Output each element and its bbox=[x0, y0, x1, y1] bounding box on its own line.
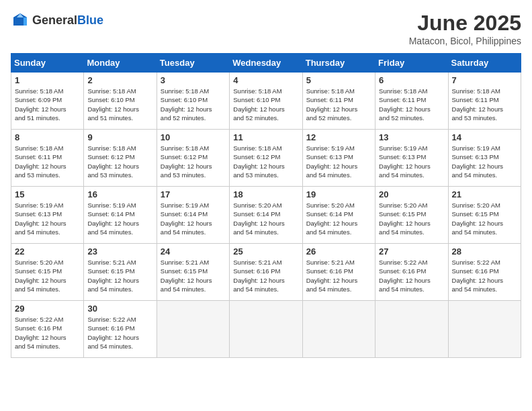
calendar-day-8: 8Sunrise: 5:18 AM Sunset: 6:11 PM Daylig… bbox=[11, 130, 84, 187]
calendar-day-empty bbox=[230, 301, 302, 358]
calendar-day-13: 13Sunrise: 5:19 AM Sunset: 6:13 PM Dayli… bbox=[375, 130, 448, 187]
calendar-day-16: 16Sunrise: 5:19 AM Sunset: 6:14 PM Dayli… bbox=[84, 187, 157, 244]
calendar-day-15: 15Sunrise: 5:19 AM Sunset: 6:13 PM Dayli… bbox=[11, 187, 84, 244]
calendar-day-17: 17Sunrise: 5:19 AM Sunset: 6:14 PM Dayli… bbox=[157, 187, 229, 244]
calendar-day-19: 19Sunrise: 5:20 AM Sunset: 6:14 PM Dayli… bbox=[302, 187, 375, 244]
calendar-day-3: 3Sunrise: 5:18 AM Sunset: 6:10 PM Daylig… bbox=[157, 73, 229, 130]
calendar-day-2: 2Sunrise: 5:18 AM Sunset: 6:10 PM Daylig… bbox=[84, 73, 157, 130]
location-title: Matacon, Bicol, Philippines bbox=[409, 36, 521, 46]
week-row-3: 15Sunrise: 5:19 AM Sunset: 6:13 PM Dayli… bbox=[11, 187, 521, 244]
calendar-day-20: 20Sunrise: 5:20 AM Sunset: 6:15 PM Dayli… bbox=[375, 187, 448, 244]
calendar-day-5: 5Sunrise: 5:18 AM Sunset: 6:11 PM Daylig… bbox=[302, 73, 375, 130]
week-row-4: 22Sunrise: 5:20 AM Sunset: 6:15 PM Dayli… bbox=[11, 244, 521, 301]
calendar-day-11: 11Sunrise: 5:18 AM Sunset: 6:12 PM Dayli… bbox=[230, 130, 302, 187]
calendar-day-24: 24Sunrise: 5:21 AM Sunset: 6:15 PM Dayli… bbox=[157, 244, 229, 301]
calendar-header-wednesday: Wednesday bbox=[230, 54, 302, 73]
calendar-day-30: 30Sunrise: 5:22 AM Sunset: 6:16 PM Dayli… bbox=[84, 301, 157, 358]
calendar-day-empty bbox=[448, 301, 521, 358]
calendar-header-sunday: Sunday bbox=[11, 54, 84, 73]
calendar-day-7: 7Sunrise: 5:18 AM Sunset: 6:11 PM Daylig… bbox=[448, 73, 521, 130]
calendar: SundayMondayTuesdayWednesdayThursdayFrid… bbox=[11, 53, 521, 358]
calendar-header-monday: Monday bbox=[84, 54, 157, 73]
svg-marker-2 bbox=[24, 17, 27, 26]
calendar-header-friday: Friday bbox=[375, 54, 448, 73]
header: General Blue June 2025 Matacon, Bicol, P… bbox=[11, 11, 521, 46]
calendar-day-10: 10Sunrise: 5:18 AM Sunset: 6:12 PM Dayli… bbox=[157, 130, 229, 187]
week-row-5: 29Sunrise: 5:22 AM Sunset: 6:16 PM Dayli… bbox=[11, 301, 521, 358]
calendar-day-27: 27Sunrise: 5:22 AM Sunset: 6:16 PM Dayli… bbox=[375, 244, 448, 301]
calendar-day-26: 26Sunrise: 5:21 AM Sunset: 6:16 PM Dayli… bbox=[302, 244, 375, 301]
calendar-day-18: 18Sunrise: 5:20 AM Sunset: 6:14 PM Dayli… bbox=[230, 187, 302, 244]
calendar-day-empty bbox=[157, 301, 229, 358]
calendar-day-empty bbox=[302, 301, 375, 358]
calendar-header-saturday: Saturday bbox=[448, 54, 521, 73]
calendar-header-tuesday: Tuesday bbox=[157, 54, 229, 73]
calendar-day-empty bbox=[375, 301, 448, 358]
week-row-1: 1Sunrise: 5:18 AM Sunset: 6:09 PM Daylig… bbox=[11, 73, 521, 130]
calendar-day-21: 21Sunrise: 5:20 AM Sunset: 6:15 PM Dayli… bbox=[448, 187, 521, 244]
calendar-day-12: 12Sunrise: 5:19 AM Sunset: 6:13 PM Dayli… bbox=[302, 130, 375, 187]
calendar-day-25: 25Sunrise: 5:21 AM Sunset: 6:16 PM Dayli… bbox=[230, 244, 302, 301]
month-title: June 2025 bbox=[409, 11, 521, 36]
title-area: June 2025 Matacon, Bicol, Philippines bbox=[409, 11, 521, 46]
calendar-day-28: 28Sunrise: 5:22 AM Sunset: 6:16 PM Dayli… bbox=[448, 244, 521, 301]
calendar-day-23: 23Sunrise: 5:21 AM Sunset: 6:15 PM Dayli… bbox=[84, 244, 157, 301]
week-row-2: 8Sunrise: 5:18 AM Sunset: 6:11 PM Daylig… bbox=[11, 130, 521, 187]
calendar-header-thursday: Thursday bbox=[302, 54, 375, 73]
logo-general: General bbox=[32, 13, 77, 28]
calendar-day-6: 6Sunrise: 5:18 AM Sunset: 6:11 PM Daylig… bbox=[375, 73, 448, 130]
logo-blue: Blue bbox=[77, 13, 103, 28]
calendar-header-row: SundayMondayTuesdayWednesdayThursdayFrid… bbox=[11, 54, 521, 73]
calendar-day-29: 29Sunrise: 5:22 AM Sunset: 6:16 PM Dayli… bbox=[11, 301, 84, 358]
calendar-day-4: 4Sunrise: 5:18 AM Sunset: 6:10 PM Daylig… bbox=[230, 73, 302, 130]
calendar-day-9: 9Sunrise: 5:18 AM Sunset: 6:12 PM Daylig… bbox=[84, 130, 157, 187]
calendar-day-14: 14Sunrise: 5:19 AM Sunset: 6:13 PM Dayli… bbox=[448, 130, 521, 187]
calendar-day-1: 1Sunrise: 5:18 AM Sunset: 6:09 PM Daylig… bbox=[11, 73, 84, 130]
logo: General Blue bbox=[11, 11, 103, 30]
calendar-day-22: 22Sunrise: 5:20 AM Sunset: 6:15 PM Dayli… bbox=[11, 244, 84, 301]
logo-icon bbox=[11, 11, 30, 30]
